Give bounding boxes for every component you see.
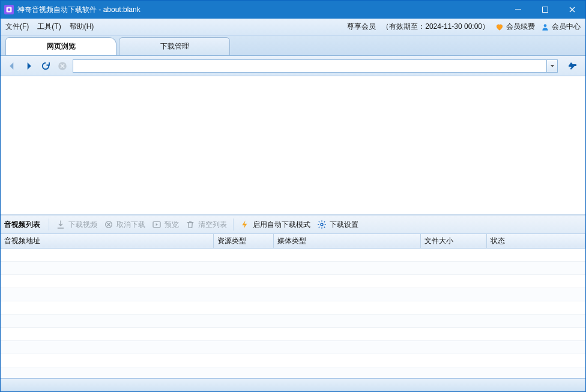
download-video-button[interactable]: 下载视频 <box>55 219 97 230</box>
menu-tools[interactable]: 工具(T) <box>37 22 61 32</box>
stop-button[interactable] <box>56 59 69 73</box>
play-icon <box>151 219 162 230</box>
browser-viewport[interactable] <box>1 76 585 215</box>
preview-label: 预览 <box>165 220 179 230</box>
tabs-row: 网页浏览 下载管理 <box>1 35 585 56</box>
media-list-label: 音视频列表 <box>4 220 40 230</box>
window-controls <box>504 1 585 19</box>
browser-toolbar <box>1 56 585 76</box>
url-dropdown-button[interactable] <box>547 59 558 73</box>
table-row[interactable] <box>1 288 585 301</box>
tab-downloads-label: 下载管理 <box>160 41 189 52</box>
heart-icon <box>495 23 504 31</box>
svg-point-6 <box>544 24 547 27</box>
th-status[interactable]: 状态 <box>487 234 585 248</box>
download-settings-label: 下载设置 <box>330 220 358 230</box>
download-video-label: 下载视频 <box>68 220 97 230</box>
table-header: 音视频地址 资源类型 媒体类型 文件大小 状态 <box>1 234 585 249</box>
table-row[interactable] <box>1 262 585 275</box>
tab-browse-label: 网页浏览 <box>47 41 76 52</box>
th-size[interactable]: 文件大小 <box>421 234 487 248</box>
table-body[interactable] <box>1 249 585 378</box>
separator <box>49 219 49 231</box>
user-icon <box>541 23 549 31</box>
cancel-download-button[interactable]: 取消下载 <box>103 219 145 230</box>
refresh-button[interactable] <box>39 59 52 73</box>
media-toolbar: 音视频列表 下载视频 取消下载 预览 清空列表 <box>1 215 585 234</box>
url-combo <box>73 59 558 73</box>
th-res-type[interactable]: 资源类型 <box>214 234 274 248</box>
th-url[interactable]: 音视频地址 <box>1 234 214 248</box>
auto-mode-label: 启用自动下载模式 <box>253 220 310 230</box>
table-row[interactable] <box>1 301 585 315</box>
menu-file[interactable]: 文件(F) <box>5 22 29 32</box>
app-icon <box>4 5 14 14</box>
auto-mode-button[interactable]: 启用自动下载模式 <box>240 219 310 230</box>
member-center-button[interactable]: 会员中心 <box>541 22 581 32</box>
menubar: 文件(F) 工具(T) 帮助(H) 尊享会员 （有效期至：2024-11-30 … <box>1 19 585 35</box>
download-settings-button[interactable]: 下载设置 <box>316 219 358 230</box>
table-row[interactable] <box>1 328 585 341</box>
media-table: 音视频地址 资源类型 媒体类型 文件大小 状态 <box>1 234 585 378</box>
renew-button[interactable]: 会员续费 <box>495 22 535 32</box>
tab-browse[interactable]: 网页浏览 <box>5 37 116 55</box>
download-icon <box>55 219 66 230</box>
url-input[interactable] <box>73 59 547 73</box>
minimize-button[interactable] <box>504 1 531 19</box>
go-button[interactable] <box>565 59 581 73</box>
member-center-label: 会员中心 <box>552 22 581 32</box>
menu-right: 尊享会员 （有效期至：2024-11-30 00:00） 会员续费 会员中心 <box>347 22 581 32</box>
cancel-icon <box>103 219 114 230</box>
svg-point-14 <box>321 223 323 226</box>
preview-button[interactable]: 预览 <box>151 219 179 230</box>
menu-left: 文件(F) 工具(T) 帮助(H) <box>5 22 94 32</box>
back-button[interactable] <box>5 59 19 73</box>
trash-icon <box>185 219 196 230</box>
clear-list-label: 清空列表 <box>198 220 227 230</box>
table-row[interactable] <box>1 367 585 378</box>
vip-expiry: （有效期至：2024-11-30 00:00） <box>382 22 489 32</box>
clear-list-button[interactable]: 清空列表 <box>185 219 227 230</box>
tab-downloads[interactable]: 下载管理 <box>119 37 230 55</box>
separator <box>233 219 234 231</box>
cancel-download-label: 取消下载 <box>116 220 145 230</box>
maximize-button[interactable] <box>531 1 558 19</box>
vip-label: 尊享会员 <box>347 22 376 32</box>
app-window: 神奇音视频自动下载软件 - about:blank 文件(F) 工具(T) 帮助… <box>0 0 586 392</box>
table-row[interactable] <box>1 354 585 367</box>
svg-rect-3 <box>542 7 548 13</box>
menu-help[interactable]: 帮助(H) <box>70 22 94 32</box>
forward-button[interactable] <box>22 59 35 73</box>
table-row[interactable] <box>1 341 585 354</box>
lightning-icon <box>240 219 250 230</box>
statusbar <box>1 378 585 391</box>
table-row[interactable] <box>1 249 585 262</box>
th-media-type[interactable]: 媒体类型 <box>274 234 421 248</box>
titlebar: 神奇音视频自动下载软件 - about:blank <box>1 1 585 19</box>
table-row[interactable] <box>1 275 585 288</box>
close-button[interactable] <box>558 1 585 19</box>
svg-point-1 <box>8 8 11 11</box>
window-title: 神奇音视频自动下载软件 - about:blank <box>17 5 504 15</box>
table-row[interactable] <box>1 315 585 328</box>
gear-icon <box>316 219 327 230</box>
renew-label: 会员续费 <box>506 22 535 32</box>
